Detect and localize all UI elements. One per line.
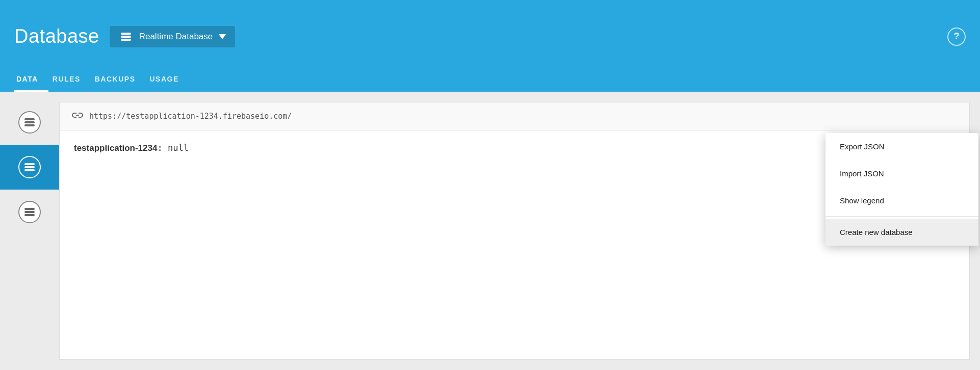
header: Database Realtime Database ? — [0, 0, 980, 92]
svg-rect-7 — [24, 163, 35, 165]
db-selector-button[interactable]: Realtime Database — [110, 26, 236, 47]
sidebar — [0, 92, 59, 370]
tab-rules[interactable]: RULES — [50, 70, 91, 92]
svg-rect-0 — [121, 33, 131, 35]
sidebar-db-icon-3 — [18, 201, 41, 223]
svg-rect-12 — [24, 214, 35, 216]
data-value: null — [168, 143, 189, 153]
page-title: Database — [14, 25, 99, 47]
tab-data[interactable]: DATA — [14, 70, 48, 92]
db-selector-label: Realtime Database — [139, 32, 213, 42]
dropdown-divider — [826, 216, 978, 217]
svg-rect-5 — [24, 121, 35, 123]
svg-rect-11 — [24, 211, 35, 213]
header-left: Database Realtime Database — [14, 25, 235, 47]
svg-rect-1 — [121, 36, 131, 38]
tabs-bar: DATA RULES BACKUPS USAGE — [0, 70, 980, 92]
svg-rect-2 — [121, 39, 131, 41]
svg-rect-8 — [24, 166, 35, 168]
header-top: Database Realtime Database ? — [0, 0, 980, 70]
tab-usage[interactable]: USAGE — [148, 70, 189, 92]
svg-rect-4 — [24, 118, 35, 120]
main-area: https://testapplication-1234.firebaseio.… — [0, 92, 980, 370]
chevron-down-icon — [219, 32, 226, 42]
url-bar: https://testapplication-1234.firebaseio.… — [60, 102, 969, 130]
link-icon — [72, 112, 83, 121]
dropdown-menu: Export JSON Import JSON Show legend Crea… — [826, 133, 978, 246]
svg-marker-3 — [219, 34, 226, 39]
sidebar-item-3[interactable] — [0, 190, 59, 234]
data-key: testapplication-1234 — [74, 143, 157, 153]
svg-rect-10 — [24, 208, 35, 210]
import-json-item[interactable]: Import JSON — [826, 160, 978, 187]
sidebar-db-icon-1 — [18, 111, 41, 134]
content-area: https://testapplication-1234.firebaseio.… — [59, 102, 970, 360]
tab-backups[interactable]: BACKUPS — [93, 70, 146, 92]
svg-rect-9 — [24, 169, 35, 171]
show-legend-item[interactable]: Show legend — [826, 187, 978, 214]
create-new-database-item[interactable]: Create new database — [826, 219, 978, 246]
db-url: https://testapplication-1234.firebaseio.… — [89, 112, 292, 121]
data-separator: : — [157, 143, 167, 153]
sidebar-item-2[interactable] — [0, 145, 59, 190]
sidebar-db-icon-2 — [18, 156, 41, 178]
database-icon — [119, 31, 133, 42]
svg-rect-6 — [24, 124, 35, 126]
export-json-item[interactable]: Export JSON — [826, 133, 978, 160]
sidebar-item-1[interactable] — [0, 100, 59, 145]
help-button[interactable]: ? — [947, 28, 966, 46]
